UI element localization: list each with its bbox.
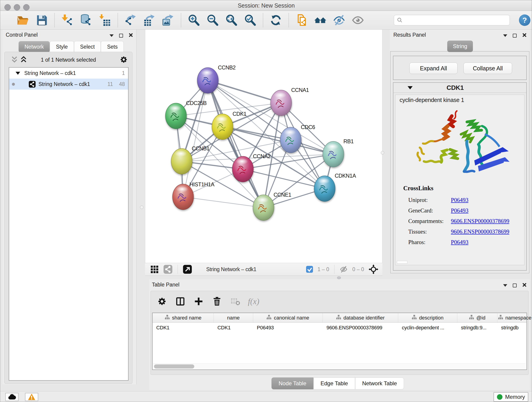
refresh-view-button[interactable] [269,14,282,27]
expand-all-button[interactable]: Expand All [409,63,457,74]
show-all-button[interactable] [351,14,364,27]
zoom-out-button[interactable] [206,14,219,27]
table-cell[interactable]: cyclin-dependent ... [398,323,457,333]
open-in-window-icon[interactable] [183,265,192,274]
column-header-database-identifier[interactable]: database identifier [323,313,398,322]
cloud-button[interactable] [5,393,19,401]
export-image-button[interactable] [162,14,175,27]
search-field[interactable] [394,15,510,26]
table-cell[interactable]: CDK1 [214,323,253,333]
network-node-CCNA1[interactable] [271,90,292,116]
zoom-in-button[interactable] [187,14,200,27]
network-node-CCNE1[interactable] [253,195,274,220]
network-node-CDC6[interactable] [280,127,301,153]
help-button[interactable]: ? [519,14,530,26]
tab-select[interactable]: Select [74,41,101,52]
tab-string[interactable]: String [447,41,473,52]
zoom-selected-button[interactable] [244,14,257,27]
import-table-button[interactable] [99,14,111,27]
duplicate-network-button[interactable] [295,14,308,27]
save-session-button[interactable] [35,14,48,27]
memory-button[interactable]: Memory [494,392,528,402]
tab-sets[interactable]: Sets [101,41,124,52]
horizontal-scrollbar[interactable] [153,364,526,369]
gear-icon[interactable] [119,55,128,65]
column-header-canonical-name[interactable]: canonical name [253,313,323,322]
tab-network-table[interactable]: Network Table [355,377,404,389]
selected-checkbox-icon[interactable] [306,266,313,273]
maximize-panel-icon[interactable] [119,34,123,38]
control-panel-title: Control Panel [6,32,38,38]
table-cell[interactable]: P06493 [253,323,323,333]
hide-selected-button[interactable] [333,14,346,27]
crosslink-link[interactable]: P06493 [451,207,468,214]
network-edge[interactable] [183,197,264,208]
network-node-RB1[interactable] [323,141,344,167]
network-collection-row[interactable]: String Network – cdk1 1 [9,68,128,79]
tab-edge-table[interactable]: Edge Table [313,377,355,389]
maximize-panel-icon[interactable] [513,283,517,287]
collapse-all-button[interactable]: Collapse All [463,63,512,74]
network-edge[interactable] [208,80,264,208]
close-panel-icon[interactable] [128,33,133,38]
scrollbar-thumb[interactable] [154,364,194,369]
import-network-file-button[interactable] [61,14,74,27]
network-node-CDC25B[interactable] [165,103,186,129]
network-edge[interactable] [208,80,281,103]
node-table[interactable]: shared namenamecanonical namedatabase id… [152,313,527,370]
table-cell[interactable]: stringdb:9... [457,323,497,333]
float-panel-icon[interactable] [503,284,507,287]
column-header-name[interactable]: name [214,313,253,322]
add-column-icon[interactable] [193,296,204,307]
show-columns-icon[interactable] [175,296,186,307]
float-panel-icon[interactable] [503,34,507,37]
network-node-CDKN1A[interactable] [314,176,335,201]
scroll-stub [397,261,407,264]
crosslink-link[interactable]: P06493 [451,197,468,203]
maximize-panel-icon[interactable] [513,34,517,38]
column-header-@id[interactable]: @id [457,313,497,322]
close-panel-icon[interactable] [522,283,527,288]
column-header-description[interactable]: description [398,313,457,322]
search-input[interactable] [403,17,510,23]
tab-network[interactable]: Network [19,41,50,52]
network-canvas[interactable]: CCNB2CCNA1CDC25BCDK1CDC6RB1CCNB1CCNA2CDK… [145,30,382,263]
fit-selected-crosshair-icon[interactable] [369,264,378,274]
panel-splitter[interactable] [145,276,382,279]
first-neighbors-button[interactable] [314,14,327,27]
table-cell[interactable]: CDK1 [152,323,214,333]
delete-column-trash-icon[interactable] [211,296,223,307]
table-row[interactable]: CDK1CDK1P064939606.ENSP00000378699cyclin… [152,323,526,333]
gear-icon[interactable] [156,296,168,307]
column-header-namespace[interactable]: namespace [497,313,532,322]
network-node-CCNB1[interactable] [171,148,192,174]
export-network-button[interactable] [124,14,137,27]
network-node-CCNA2[interactable] [232,156,253,182]
crosslink-link[interactable]: P06493 [451,239,468,245]
gene-collapse-icon[interactable] [408,86,413,89]
close-panel-icon[interactable] [522,33,527,38]
network-node-CDK1[interactable] [212,114,233,140]
birds-eye-grid-icon[interactable] [150,265,159,274]
network-row-selected[interactable]: String Network – cdk1 11 48 [9,79,128,89]
table-cell[interactable]: 9606.ENSP00000378699 [323,323,398,333]
open-session-button[interactable] [17,14,29,27]
tab-style[interactable]: Style [50,41,74,52]
network-node-HIST1H1A[interactable] [172,184,194,210]
float-panel-icon[interactable] [109,34,114,37]
table-cell[interactable]: stringdb [497,323,532,333]
network-node-CCNB2[interactable] [197,68,218,93]
crosslink-link[interactable]: 9606.ENSP00000378699 [451,218,509,224]
zoom-fit-button[interactable] [225,14,238,27]
warning-button[interactable] [25,393,38,401]
collection-expander-icon[interactable] [16,72,20,75]
network-edge[interactable] [243,169,325,189]
import-network-database-button[interactable] [80,14,93,27]
tab-node-table[interactable]: Node Table [272,377,313,389]
string-panel-icon[interactable] [163,265,172,274]
export-table-button[interactable] [143,14,156,27]
column-header-shared-name[interactable]: shared name [152,313,214,322]
left-splitter-handle[interactable] [140,206,143,209]
right-splitter-handle[interactable] [381,151,384,154]
crosslink-link[interactable]: 9606.ENSP00000378699 [451,229,509,235]
